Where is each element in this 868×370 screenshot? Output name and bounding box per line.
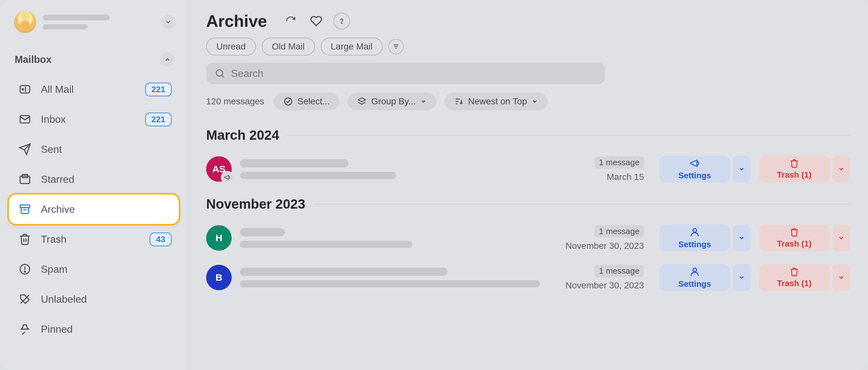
message-row[interactable]: AS1 messageMarch 15SettingsTrash (1) [206,151,850,191]
svg-point-22 [693,228,696,232]
search-bar[interactable] [206,63,605,84]
settings-dropdown[interactable] [733,264,750,291]
settings-button[interactable]: Settings [659,225,730,251]
unlabeled-icon [18,292,32,306]
sidebar-item-label: Spam [41,264,172,275]
group-header: November 2023 [206,197,850,212]
heart-icon [310,15,322,27]
refresh-button[interactable] [282,13,299,29]
help-button[interactable] [334,13,350,29]
sidebar-item-spam[interactable]: Spam [9,255,179,284]
sidebar-item-label: Sent [41,143,172,155]
avatar [14,11,36,33]
svg-point-17 [285,98,292,105]
sender-avatar: B [206,265,232,290]
settings-button[interactable]: Settings [659,264,730,291]
message-count-badge: 1 message [594,225,644,238]
trash-group: Trash (1) [759,156,850,182]
svg-marker-18 [359,98,366,102]
filter-chip-unread[interactable]: Unread [206,38,256,56]
sidebar-item-unlabeled[interactable]: Unlabeled [9,284,179,314]
select-button[interactable]: Select... [274,93,339,110]
message-row[interactable]: B1 messageNovember 30, 2023SettingsTrash… [206,260,850,299]
sidebar-item-label: Pinned [41,324,172,335]
message-row[interactable]: H1 messageNovember 30, 2023SettingsTrash… [206,220,850,260]
title-bar: Archive [206,11,850,31]
layers-icon [357,97,367,106]
trash-dropdown[interactable] [832,225,850,251]
trash-button[interactable]: Trash (1) [759,264,830,291]
trash-label: Trash (1) [777,278,811,288]
page-title: Archive [206,11,267,31]
message-text [240,268,557,288]
sidebar-item-label: Unlabeled [41,294,172,305]
trash-label: Trash (1) [777,239,811,249]
svg-point-11 [341,23,342,23]
check-circle-icon [283,97,293,106]
sender-avatar: H [206,225,232,251]
sidebar-item-label: Inbox [41,113,136,125]
sidebar-item-sent[interactable]: Sent [9,135,179,164]
svg-line-16 [222,75,224,77]
settings-button[interactable]: Settings [659,156,730,182]
sort-button[interactable]: Newest on Top [444,93,548,110]
profile-name-placeholder [43,15,110,21]
sidebar-item-starred[interactable]: Starred [9,165,179,194]
filter-chip-large[interactable]: Large Mail [321,38,383,56]
message-meta: 1 messageNovember 30, 2023 [565,225,644,251]
chevron-down-icon [420,98,427,105]
sidebar-item-label: Starred [41,173,172,185]
sidebar-item-all-mail[interactable]: All Mail 221 [9,75,179,104]
sidebar-item-trash[interactable]: Trash 43 [9,225,179,254]
group-by-button[interactable]: Group By... [347,93,436,110]
group-header: March 2024 [206,128,850,143]
subject-placeholder [240,241,412,248]
chevron-up-icon [164,56,171,63]
message-list: March 2024AS1 messageMarch 15SettingsTra… [206,122,850,370]
sent-icon [18,142,32,156]
spam-icon [18,262,32,276]
settings-dropdown[interactable] [733,156,750,182]
chevron-down-icon [532,98,538,105]
sidebar-item-badge: 221 [145,112,172,126]
trash-dropdown[interactable] [832,264,850,291]
group-by-label: Group By... [371,96,416,106]
message-text [240,228,557,248]
more-filters-button[interactable] [389,39,404,54]
filter-icon [392,42,400,51]
settings-label: Settings [678,240,711,249]
collapse-button[interactable] [160,52,175,67]
subject-placeholder [240,280,540,288]
trash-label: Trash (1) [777,170,811,180]
sidebar: Mailbox All Mail 221 Inbox 221 Sent [0,0,188,370]
message-date: November 30, 2023 [565,280,644,291]
profile-header[interactable] [0,8,188,39]
group-heading: November 2023 [206,197,305,212]
settings-dropdown[interactable] [733,225,750,251]
sender-placeholder [240,159,348,167]
sort-label: Newest on Top [468,96,527,106]
sender-placeholder [240,228,285,236]
profile-dropdown[interactable] [161,15,176,29]
app-root: Mailbox All Mail 221 Inbox 221 Sent [0,0,868,370]
message-date: November 30, 2023 [565,241,644,251]
filter-chips-row: Unread Old Mail Large Mail [206,38,850,56]
message-meta: 1 messageNovember 30, 2023 [565,265,644,291]
filter-chip-old[interactable]: Old Mail [262,38,315,56]
favorite-button[interactable] [308,13,324,29]
search-input[interactable] [231,68,597,79]
main-panel: Archive Unread Old Mail Large Mail 120 m… [188,0,868,370]
profile-text [43,15,154,29]
archive-icon [18,202,32,216]
settings-group: Settings [659,264,750,291]
trash-button[interactable]: Trash (1) [759,156,830,182]
trash-dropdown[interactable] [832,156,850,182]
sidebar-item-inbox[interactable]: Inbox 221 [9,105,179,134]
message-meta: 1 messageMarch 15 [594,156,644,182]
mailbox-section-header[interactable]: Mailbox [0,39,188,73]
trash-button[interactable]: Trash (1) [759,225,830,251]
sidebar-item-archive[interactable]: Archive [9,195,179,224]
toolbar-row: 120 messages Select... Group By... Newes… [206,93,850,110]
sidebar-item-pinned[interactable]: Pinned [9,314,179,344]
mailbox-section-title: Mailbox [15,54,51,65]
